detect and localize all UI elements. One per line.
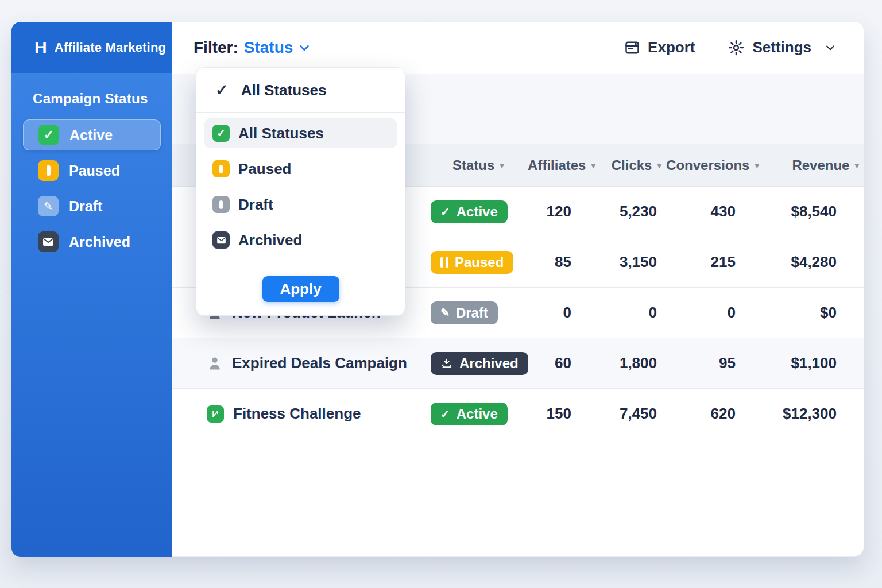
envelope-icon: [38, 231, 59, 252]
check-icon: ✓: [440, 408, 450, 420]
sidebar-item-label: Archived: [69, 234, 130, 250]
column-header-conversions[interactable]: Conversions▾: [666, 157, 764, 173]
dropdown-option-draft[interactable]: Draft: [204, 189, 397, 219]
campaign-name-cell: Fitness Challenge: [172, 405, 431, 423]
chevron-down-icon: [825, 42, 836, 53]
check-icon: ✓: [215, 83, 229, 98]
main-content: Filter: Status Export Settings: [172, 22, 864, 556]
dropdown-option-archived[interactable]: Archived: [204, 225, 397, 255]
export-icon: [624, 40, 640, 56]
app-canvas: H Affiliate Marketing Campaign Status ✓ …: [0, 0, 882, 588]
table-row[interactable]: Fitness Challenge ✓Active 150 7,450 620 …: [172, 389, 864, 439]
export-button[interactable]: Export: [624, 38, 695, 56]
clicks-cell: 7,450: [600, 405, 666, 423]
sidebar-item-paused[interactable]: Paused: [23, 155, 161, 186]
status-badge: Archived: [431, 352, 528, 375]
campaign-name-cell: Expired Deals Campaign: [172, 354, 431, 372]
sidebar-item-label: Draft: [69, 198, 102, 215]
revenue-cell: $8,540: [764, 203, 864, 220]
status-cell: ✎Draft: [431, 301, 517, 324]
conversions-cell: 430: [666, 203, 764, 220]
trend-chart-icon: [207, 405, 224, 423]
sidebar-nav: ✓ Active Paused ✎ Draft Archived: [23, 119, 161, 257]
revenue-cell: $4,280: [764, 253, 864, 271]
chevron-down-icon: [298, 41, 311, 54]
archive-icon: [440, 357, 453, 370]
export-label: Export: [648, 38, 695, 56]
status-cell: ✓Active: [431, 403, 517, 425]
filter-dropdown-trigger[interactable]: Status: [244, 38, 311, 57]
dropdown-header-label: All Statuses: [241, 82, 327, 99]
check-icon: ✓: [38, 125, 59, 145]
check-icon: ✓: [212, 125, 230, 142]
topbar: Filter: Status Export Settings: [172, 22, 864, 74]
sidebar-item-label: Active: [69, 127, 113, 144]
filter-control: Filter: Status: [194, 38, 311, 57]
dropdown-options: ✓ All Statuses Paused Draft Archived: [196, 113, 405, 261]
affiliates-cell: 85: [517, 253, 600, 271]
pause-icon: [38, 160, 59, 181]
sidebar: H Affiliate Marketing Campaign Status ✓ …: [11, 22, 172, 557]
revenue-cell: $1,100: [764, 354, 864, 372]
table-row[interactable]: Expired Deals Campaign Archived 60 1,800…: [172, 338, 864, 389]
conversions-cell: 0: [666, 304, 764, 322]
affiliates-cell: 120: [517, 203, 600, 220]
status-badge: ✎Draft: [431, 301, 498, 324]
sort-arrow-icon: ▾: [657, 160, 662, 171]
status-badge: ✓Active: [431, 403, 508, 425]
topbar-divider: [711, 34, 711, 61]
affiliates-cell: 0: [517, 304, 600, 322]
sidebar-item-draft[interactable]: ✎ Draft: [23, 191, 161, 222]
clicks-cell: 5,230: [600, 203, 666, 220]
revenue-cell: $0: [764, 304, 864, 322]
column-header-clicks[interactable]: Clicks▾: [600, 157, 666, 173]
topbar-actions: Export Settings: [624, 34, 836, 61]
pencil-icon: ✎: [440, 307, 450, 318]
gear-icon: [728, 39, 745, 56]
dropdown-option-all-statuses[interactable]: ✓ All Statuses: [204, 118, 397, 148]
sidebar-section-title: Campaign Status: [33, 91, 172, 107]
dropdown-current-selection: ✓ All Statuses: [196, 68, 405, 112]
envelope-icon: [212, 231, 230, 249]
column-header-status[interactable]: Status▾: [431, 157, 517, 173]
status-badge: Paused: [431, 251, 513, 274]
conversions-cell: 95: [666, 354, 764, 372]
affiliates-cell: 150: [517, 405, 600, 423]
apply-button[interactable]: Apply: [262, 276, 339, 302]
clicks-cell: 0: [600, 304, 666, 322]
sort-arrow-icon: ▾: [500, 160, 504, 171]
filter-value-text: Status: [244, 38, 293, 57]
pause-icon: [212, 196, 230, 213]
settings-button[interactable]: Settings: [728, 38, 836, 56]
sort-arrow-icon: ▾: [591, 160, 595, 171]
pencil-icon: ✎: [38, 196, 59, 216]
clicks-cell: 1,800: [600, 354, 666, 372]
sort-arrow-icon: ▾: [755, 160, 759, 171]
settings-label: Settings: [752, 38, 811, 56]
dropdown-option-paused[interactable]: Paused: [204, 154, 397, 184]
check-icon: ✓: [440, 206, 450, 218]
conversions-cell: 620: [666, 405, 764, 423]
column-header-affiliates[interactable]: Affiliates▾: [517, 157, 600, 173]
sidebar-item-active[interactable]: ✓ Active: [23, 119, 161, 150]
revenue-cell: $12,300: [764, 405, 864, 423]
status-cell: Paused: [431, 251, 517, 274]
app-logo-icon: H: [34, 39, 47, 56]
conversions-cell: 215: [666, 253, 764, 271]
filter-label: Filter:: [194, 38, 238, 57]
status-filter-dropdown: ✓ All Statuses ✓ All Statuses Paused Dra…: [196, 67, 405, 316]
pause-icon: [440, 257, 448, 268]
app-title: Affiliate Marketing: [55, 40, 167, 55]
sidebar-item-archived[interactable]: Archived: [23, 226, 161, 257]
sidebar-header: H Affiliate Marketing: [11, 22, 172, 74]
status-cell: ✓Active: [431, 200, 517, 223]
status-cell: Archived: [431, 352, 517, 375]
affiliates-cell: 60: [517, 354, 600, 372]
clicks-cell: 3,150: [600, 253, 666, 271]
status-badge: ✓Active: [431, 200, 508, 223]
sort-arrow-icon: ▾: [854, 160, 859, 171]
pause-icon: [212, 160, 230, 177]
dropdown-footer: Apply: [196, 261, 405, 315]
person-icon: [207, 355, 223, 372]
column-header-revenue[interactable]: Revenue▾: [764, 157, 864, 173]
